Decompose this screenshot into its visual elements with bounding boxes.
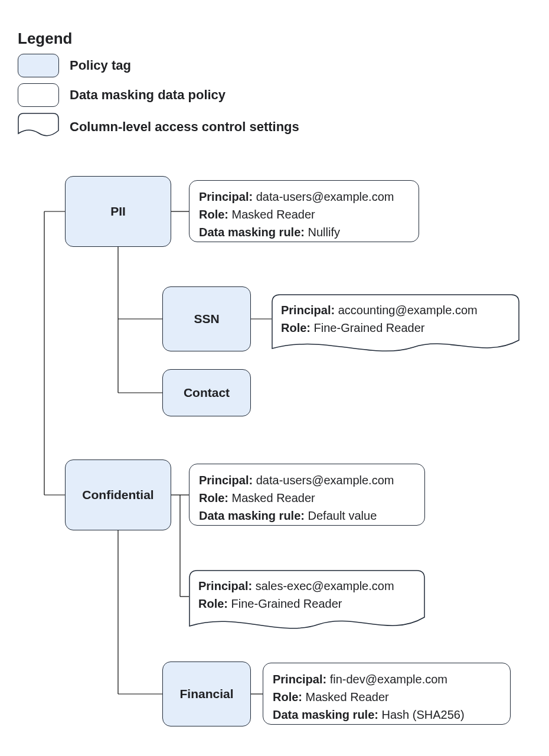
node-confidential-acl: Principal: sales-exec@example.com Role: …: [189, 570, 425, 638]
node-financial-label: Financial: [179, 687, 233, 701]
node-confidential-label: Confidential: [82, 488, 153, 502]
node-confidential-policy: Principal: data-users@example.com Role: …: [189, 464, 425, 526]
node-contact: Contact: [162, 369, 251, 416]
node-pii: PII: [65, 176, 171, 247]
financial-policy-principal: Principal: fin-dev@example.com: [273, 670, 501, 688]
confidential-policy-role: Role: Masked Reader: [199, 489, 415, 507]
legend-label-data-policy: Data masking data policy: [70, 87, 226, 103]
legend-row-policy-tag: Policy tag: [18, 54, 299, 77]
node-confidential: Confidential: [65, 460, 171, 530]
pii-policy-role: Role: Masked Reader: [199, 206, 409, 223]
node-contact-label: Contact: [184, 386, 230, 400]
legend-row-acl: Column-level access control settings: [18, 113, 299, 141]
node-pii-policy: Principal: data-users@example.com Role: …: [189, 180, 419, 242]
financial-policy-rule: Data masking rule: Hash (SHA256): [273, 706, 501, 724]
node-pii-label: PII: [110, 204, 126, 219]
confidential-policy-principal: Principal: data-users@example.com: [199, 471, 415, 489]
pii-policy-rule: Data masking rule: Nullify: [199, 223, 409, 241]
confidential-acl-role: Role: Fine-Grained Reader: [198, 595, 416, 612]
diagram-canvas: Legend Policy tag Data masking data poli…: [0, 0, 549, 756]
swatch-policy-tag: [18, 54, 59, 77]
legend-label-acl: Column-level access control settings: [70, 119, 299, 135]
legend-row-data-policy: Data masking data policy: [18, 83, 299, 107]
node-ssn: SSN: [162, 286, 251, 351]
legend: Legend Policy tag Data masking data poli…: [18, 30, 299, 147]
ssn-acl-role: Role: Fine-Grained Reader: [281, 319, 510, 337]
legend-label-policy-tag: Policy tag: [70, 58, 131, 73]
legend-title: Legend: [18, 30, 299, 48]
swatch-data-policy: [18, 83, 59, 107]
swatch-acl: [18, 113, 59, 141]
node-ssn-label: SSN: [194, 312, 219, 326]
pii-policy-principal: Principal: data-users@example.com: [199, 188, 409, 206]
ssn-acl-principal: Principal: accounting@example.com: [281, 301, 510, 319]
node-ssn-acl: Principal: accounting@example.com Role: …: [272, 294, 519, 359]
confidential-policy-rule: Data masking rule: Default value: [199, 507, 415, 524]
node-financial: Financial: [162, 662, 251, 726]
financial-policy-role: Role: Masked Reader: [273, 688, 501, 706]
node-financial-policy: Principal: fin-dev@example.com Role: Mas…: [263, 663, 511, 725]
confidential-acl-principal: Principal: sales-exec@example.com: [198, 577, 416, 595]
